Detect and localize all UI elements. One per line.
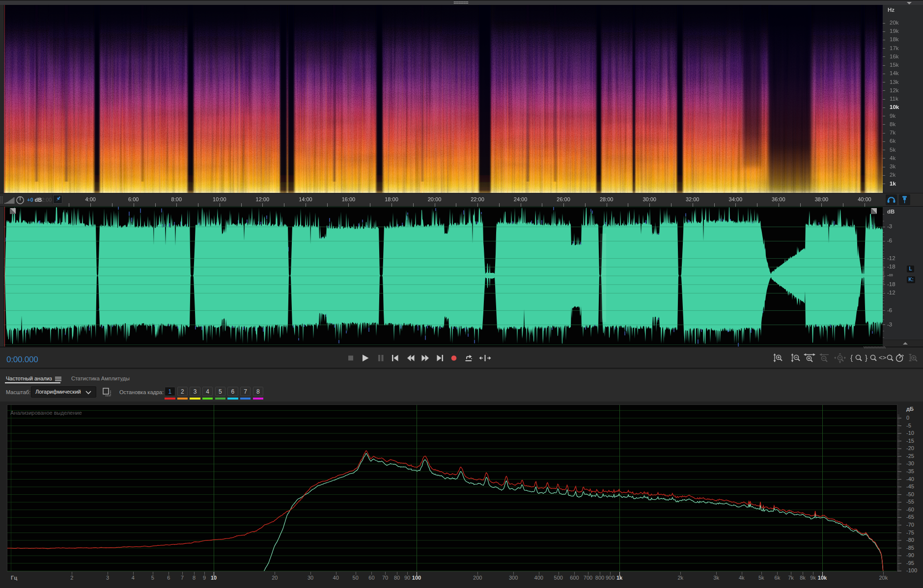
svg-text:{: {: [850, 353, 853, 362]
svg-text:}: }: [865, 353, 867, 362]
svg-text:<>: <>: [879, 354, 886, 361]
